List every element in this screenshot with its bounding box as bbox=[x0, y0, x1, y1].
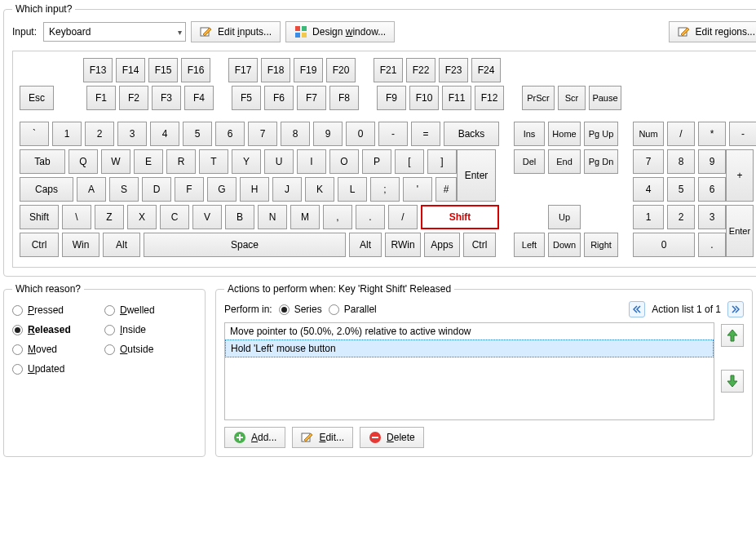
key-n[interactable]: N bbox=[258, 205, 287, 229]
key-8[interactable]: 8 bbox=[281, 122, 310, 146]
key-num5[interactable]: 5 bbox=[667, 177, 695, 202]
key-rshift[interactable]: Shift bbox=[421, 205, 499, 229]
key-num0[interactable]: 0 bbox=[633, 233, 695, 257]
key-right[interactable]: Right bbox=[584, 233, 618, 257]
key-b[interactable]: B bbox=[225, 205, 254, 229]
key-up[interactable]: Up bbox=[548, 205, 581, 229]
key-3[interactable]: 3 bbox=[117, 122, 147, 146]
key-f10[interactable]: F10 bbox=[409, 86, 439, 110]
reason-pressed-radio[interactable]: Pressed bbox=[12, 304, 104, 316]
key-s[interactable]: S bbox=[109, 177, 139, 202]
add-action-button[interactable]: Add... bbox=[224, 427, 285, 448]
key-f6[interactable]: F6 bbox=[264, 86, 294, 110]
key-numenter[interactable]: Enter bbox=[726, 205, 754, 257]
prev-action-list-button[interactable] bbox=[629, 301, 645, 317]
key-scr[interactable]: Scr bbox=[558, 86, 586, 110]
key-lwin[interactable]: Win bbox=[62, 233, 99, 257]
key-e[interactable]: E bbox=[134, 149, 163, 174]
key-c[interactable]: C bbox=[160, 205, 189, 229]
key-nummul[interactable]: * bbox=[698, 122, 726, 146]
key-f5[interactable]: F5 bbox=[232, 86, 261, 110]
key-y[interactable]: Y bbox=[232, 149, 261, 174]
key-numdiv[interactable]: / bbox=[667, 122, 695, 146]
reason-released-radio[interactable]: Released bbox=[12, 324, 104, 335]
key-space[interactable]: Space bbox=[144, 233, 346, 257]
key-f3[interactable]: F3 bbox=[152, 86, 181, 110]
key-lbracket[interactable]: [ bbox=[395, 149, 424, 174]
key-7[interactable]: 7 bbox=[248, 122, 277, 146]
key-hash[interactable]: # bbox=[435, 177, 457, 202]
key-5[interactable]: 5 bbox=[183, 122, 212, 146]
perform-series-radio[interactable]: Series bbox=[279, 304, 322, 315]
key-o[interactable]: O bbox=[329, 149, 359, 174]
key-r[interactable]: R bbox=[166, 149, 196, 174]
key-f20[interactable]: F20 bbox=[326, 58, 356, 82]
key-rwin[interactable]: RWin bbox=[385, 233, 421, 257]
delete-action-button[interactable]: Delete bbox=[360, 427, 424, 448]
key-f[interactable]: F bbox=[175, 177, 204, 202]
key-ralt[interactable]: Alt bbox=[349, 233, 382, 257]
key-del[interactable]: Del bbox=[514, 149, 545, 174]
key-num7[interactable]: 7 bbox=[633, 149, 664, 174]
key-numdot[interactable]: . bbox=[698, 233, 726, 257]
key-pgdn[interactable]: Pg Dn bbox=[584, 149, 618, 174]
key-backslash[interactable]: \ bbox=[62, 205, 91, 229]
key-9[interactable]: 9 bbox=[313, 122, 343, 146]
key-numlock[interactable]: Num bbox=[633, 122, 664, 146]
edit-action-button[interactable]: Edit... bbox=[292, 427, 353, 448]
edit-inputs-button[interactable]: Edit inputs... bbox=[191, 21, 281, 42]
key-tab[interactable]: Tab bbox=[20, 149, 65, 174]
key-rbracket[interactable]: ] bbox=[427, 149, 457, 174]
key-q[interactable]: Q bbox=[69, 149, 98, 174]
key-f15[interactable]: F15 bbox=[148, 58, 178, 82]
key-2[interactable]: 2 bbox=[85, 122, 114, 146]
next-action-list-button[interactable] bbox=[727, 301, 744, 317]
key-f18[interactable]: F18 bbox=[261, 58, 290, 82]
key-num8[interactable]: 8 bbox=[667, 149, 695, 174]
key-quote[interactable]: ' bbox=[403, 177, 432, 202]
key-h[interactable]: H bbox=[240, 177, 269, 202]
key-l[interactable]: L bbox=[338, 177, 367, 202]
key-f17[interactable]: F17 bbox=[228, 58, 258, 82]
key-f1[interactable]: F1 bbox=[86, 86, 116, 110]
key-j[interactable]: J bbox=[272, 177, 302, 202]
key-f11[interactable]: F11 bbox=[442, 86, 471, 110]
key-semicolon[interactable]: ; bbox=[370, 177, 400, 202]
key-g[interactable]: G bbox=[207, 177, 237, 202]
key-4[interactable]: 4 bbox=[150, 122, 179, 146]
key-numsub[interactable]: - bbox=[729, 122, 756, 146]
key-1[interactable]: 1 bbox=[52, 122, 82, 146]
reason-moved-radio[interactable]: Moved bbox=[12, 344, 104, 355]
key-f23[interactable]: F23 bbox=[439, 58, 468, 82]
key-f9[interactable]: F9 bbox=[377, 86, 406, 110]
key-lctrl[interactable]: Ctrl bbox=[20, 233, 59, 257]
key-rctrl[interactable]: Ctrl bbox=[463, 233, 496, 257]
key-pgup[interactable]: Pg Up bbox=[584, 122, 618, 146]
key-slash[interactable]: / bbox=[388, 205, 418, 229]
key-num1[interactable]: 1 bbox=[633, 205, 664, 229]
key-home[interactable]: Home bbox=[548, 122, 581, 146]
key-t[interactable]: T bbox=[199, 149, 228, 174]
key-u[interactable]: U bbox=[264, 149, 294, 174]
key-prscr[interactable]: PrScr bbox=[522, 86, 555, 110]
key-f12[interactable]: F12 bbox=[475, 86, 504, 110]
key-w[interactable]: W bbox=[101, 149, 130, 174]
key-enter[interactable]: Enter bbox=[457, 149, 496, 202]
key-end[interactable]: End bbox=[548, 149, 581, 174]
key-f24[interactable]: F24 bbox=[471, 58, 501, 82]
reason-dwelled-radio[interactable]: Dwelled bbox=[104, 304, 197, 316]
key-comma[interactable]: , bbox=[323, 205, 352, 229]
key-i[interactable]: I bbox=[297, 149, 326, 174]
key-v[interactable]: V bbox=[192, 205, 222, 229]
key-backtick[interactable]: ` bbox=[20, 122, 49, 146]
key-esc[interactable]: Esc bbox=[20, 86, 54, 110]
edit-regions-button[interactable]: Edit regions... bbox=[669, 21, 756, 42]
key-num6[interactable]: 6 bbox=[698, 177, 726, 202]
design-window-button[interactable]: Design window... bbox=[285, 21, 395, 42]
key-k[interactable]: K bbox=[305, 177, 334, 202]
action-item[interactable]: Move pointer to (50.0%, 2.0%) relative t… bbox=[225, 323, 714, 340]
input-dropdown[interactable]: Keyboard ▾ bbox=[43, 22, 186, 42]
key-f13[interactable]: F13 bbox=[83, 58, 113, 82]
key-left[interactable]: Left bbox=[514, 233, 545, 257]
key-caps[interactable]: Caps bbox=[20, 177, 73, 202]
